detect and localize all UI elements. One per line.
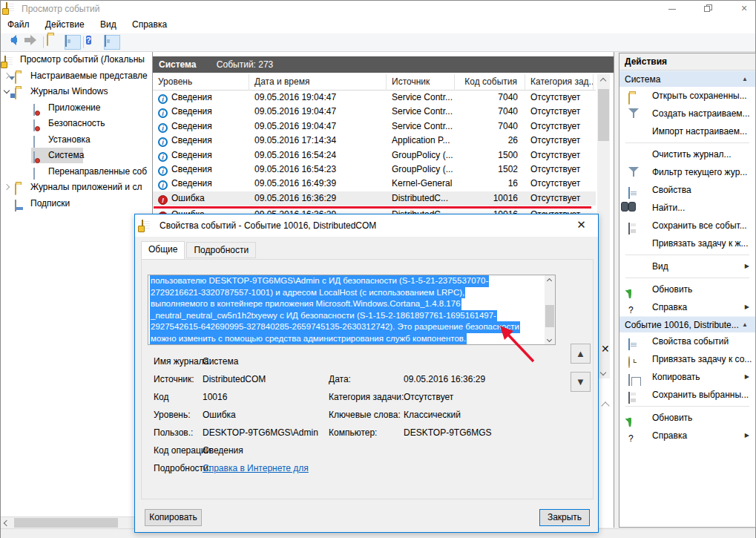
- table-row-error-selected[interactable]: !Ошибка 09.05.2016 16:36:29 DistributedC…: [153, 191, 596, 206]
- field-label: Ключевые слова:: [329, 406, 401, 424]
- cell-datetime: 09.05.2016 16:36:29: [249, 191, 387, 206]
- cell-source: Service Contr...: [387, 91, 455, 105]
- window-titlebar: Просмотр событий ×: [1, 1, 755, 17]
- menu-view[interactable]: Вид: [93, 17, 123, 32]
- tree-horizontal-scrollbar[interactable]: [1, 516, 153, 528]
- tab-general[interactable]: Общие: [141, 241, 185, 259]
- preview-close-icon[interactable]: ✕: [601, 343, 610, 355]
- column-source[interactable]: Источник: [387, 74, 455, 91]
- tab-details[interactable]: Подробности: [186, 242, 256, 258]
- cell-datetime: 09.05.2016 16:49:39: [249, 177, 387, 191]
- dialog-tabs: Общие Подробности: [141, 242, 257, 259]
- table-row[interactable]: iСведения 09.05.2016 16:54:23 GroupPolic…: [153, 163, 596, 177]
- cell-level: Сведения: [171, 106, 212, 117]
- dialog-icon: [142, 220, 143, 231]
- tree-item-windows-logs[interactable]: Журналы Windows: [1, 84, 152, 100]
- tree-item-subscriptions[interactable]: Подписки: [1, 196, 152, 212]
- online-help-link[interactable]: Справка в Интернете для: [203, 459, 309, 477]
- table-row[interactable]: iСведения 09.05.2016 19:04:47 Service Co…: [153, 91, 596, 105]
- menu-file[interactable]: Файл: [1, 17, 36, 32]
- forward-icon[interactable]: [24, 35, 40, 50]
- action-pane-toggle-icon[interactable]: [104, 35, 120, 50]
- scrollbar-thumb[interactable]: [14, 518, 118, 528]
- action-save-all-events[interactable]: Сохранить все событ...: [619, 217, 755, 234]
- close-dialog-button[interactable]: Закрыть: [539, 509, 590, 526]
- chevron-down-icon[interactable]: [4, 88, 10, 94]
- description-scrollbar[interactable]: [545, 275, 555, 344]
- help-icon[interactable]: ?: [86, 35, 102, 50]
- scroll-down-icon[interactable]: [547, 337, 552, 342]
- action-filter-current-log[interactable]: Фильтр текущего жур...: [619, 163, 755, 181]
- copy-button[interactable]: Копировать: [145, 509, 202, 526]
- action-event-properties[interactable]: Свойства событий: [619, 332, 755, 350]
- tree-item-root[interactable]: Просмотр событий (Локальны: [1, 52, 152, 68]
- dialog-close-icon[interactable]: ✕: [565, 214, 598, 237]
- action-help-submenu[interactable]: ?Справка: [619, 298, 755, 316]
- open-folder-icon: [628, 90, 640, 102]
- tree-item-system[interactable]: Система: [1, 148, 152, 164]
- info-icon: i: [158, 180, 168, 190]
- column-datetime[interactable]: Дата и время: [249, 74, 387, 91]
- preview-collapse-icon[interactable]: [601, 401, 609, 410]
- field-label: Источник:: [154, 370, 194, 388]
- action-open-saved-log[interactable]: Открыть сохраненны...: [619, 87, 755, 105]
- table-row[interactable]: iСведения 09.05.2016 19:04:47 Service Co…: [153, 119, 596, 134]
- table-row[interactable]: iСведения 09.05.2016 19:04:47 Service Co…: [153, 105, 596, 119]
- open-saved-log-icon[interactable]: [47, 35, 63, 50]
- action-find[interactable]: Найти...: [619, 199, 755, 217]
- action-clear-log[interactable]: Очистить журнал...: [619, 145, 755, 163]
- scroll-down-icon[interactable]: [600, 370, 606, 375]
- action-refresh[interactable]: Обновить: [619, 281, 755, 298]
- back-icon[interactable]: [5, 35, 22, 50]
- close-button[interactable]: ×: [732, 1, 756, 17]
- tree-item-forwarded-events[interactable]: Перенаправленные соб: [1, 164, 152, 180]
- field-label: Категория задачи:: [329, 388, 404, 406]
- actions-section-event[interactable]: Событие 10016, Distribute...: [619, 316, 755, 332]
- event-log-icon: [33, 102, 45, 114]
- action-attach-task-to-log[interactable]: Привязать задачу к ж...: [619, 234, 755, 252]
- menu-action[interactable]: Действие: [39, 17, 91, 32]
- scroll-up-icon[interactable]: [547, 278, 552, 283]
- action-save-selected-events[interactable]: Сохранить выбранны...: [619, 386, 755, 404]
- tree-item-application[interactable]: Приложение: [1, 100, 152, 117]
- action-refresh-event[interactable]: Обновить: [619, 409, 755, 427]
- console-tree-toggle-icon[interactable]: [65, 35, 81, 50]
- chevron-right-icon[interactable]: [4, 184, 10, 190]
- cell-level: Сведения: [171, 164, 212, 174]
- tree-item-custom-views[interactable]: Настраиваемые представле: [1, 68, 152, 85]
- action-view-submenu[interactable]: Вид: [619, 257, 755, 275]
- column-event-id[interactable]: Код события: [455, 74, 525, 91]
- scroll-up-icon[interactable]: [600, 78, 606, 84]
- previous-event-icon[interactable]: ▲: [571, 344, 591, 364]
- actions-section-system[interactable]: Система: [619, 70, 755, 87]
- tree-item-security[interactable]: Безопасность: [1, 116, 152, 132]
- scrollbar-thumb[interactable]: [545, 305, 554, 327]
- action-attach-task-to-event[interactable]: Привязать задачу к со...: [619, 350, 755, 368]
- table-row[interactable]: iСведения 09.05.2016 16:54:24 GroupPolic…: [153, 148, 596, 163]
- menu-help[interactable]: Справка: [125, 17, 174, 32]
- cell-datetime: 09.05.2016 19:04:47: [249, 105, 387, 119]
- scroll-left-icon[interactable]: [4, 520, 10, 526]
- info-icon: i: [158, 94, 168, 104]
- list-vertical-scrollbar[interactable]: [597, 74, 610, 378]
- minimize-button[interactable]: [660, 1, 685, 17]
- column-category[interactable]: Категория зад...: [525, 74, 594, 91]
- task-icon: [628, 353, 640, 365]
- cell-event-id: 26: [455, 134, 525, 148]
- action-properties[interactable]: Свойства: [619, 181, 755, 199]
- tree-item-label: Безопасность: [48, 116, 105, 131]
- column-level[interactable]: Уровень: [153, 74, 249, 91]
- scrollbar-thumb[interactable]: [598, 89, 609, 141]
- action-create-custom-view[interactable]: Создать настраиваем...: [619, 105, 755, 122]
- action-import-custom-view[interactable]: Импорт настраиваем...: [619, 122, 755, 140]
- next-event-icon[interactable]: ▼: [571, 372, 591, 392]
- table-row[interactable]: iСведения 09.05.2016 16:49:39 Kernel-Gen…: [153, 177, 596, 191]
- cell-event-id: 10016: [455, 191, 525, 206]
- tree-item-app-service-logs[interactable]: Журналы приложений и сл: [1, 180, 152, 196]
- action-copy-submenu[interactable]: Копировать: [619, 368, 755, 386]
- action-help-event-submenu[interactable]: ?Справка: [619, 427, 755, 444]
- restore-button[interactable]: [694, 1, 720, 17]
- event-log-icon: [33, 150, 45, 161]
- tree-item-setup[interactable]: Установка: [1, 132, 152, 148]
- table-row[interactable]: iСведения 09.05.2016 17:14:34 Applicatio…: [153, 134, 596, 148]
